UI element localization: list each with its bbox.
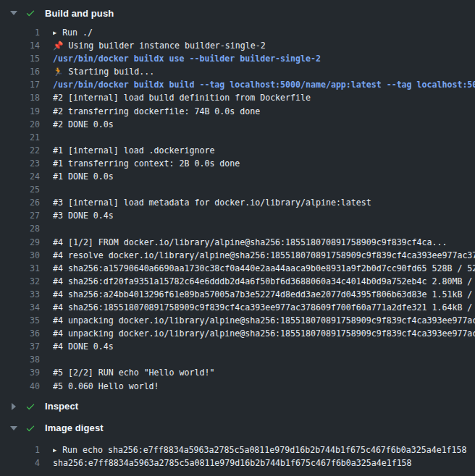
line-text-wrap: ▶#3 DONE 0.4s (53, 209, 475, 222)
line-text-wrap: ▶ (53, 183, 475, 196)
line-number[interactable]: 40 (0, 380, 40, 393)
line-number[interactable]: 22 (0, 144, 40, 157)
line-number[interactable]: 27 (0, 209, 40, 222)
line-text-wrap: ▶#4 DONE 0.4s (53, 340, 475, 353)
line-text: #4 sha256:a15790640a6690aa1730c38cf0a440… (53, 263, 475, 273)
log-line: 25 ▶ (0, 183, 475, 196)
line-number[interactable]: 29 (0, 236, 40, 249)
log-line: 4 ▶sha256:e7ff8834a5963a2785c5a0811e979d… (0, 456, 475, 469)
success-check-icon (25, 422, 36, 434)
line-text-wrap: ▶#1 [internal] load .dockerignore (53, 144, 475, 157)
log-line: 21 ▶ (0, 131, 475, 144)
line-text-wrap: ▶🏃 Starting build... (53, 65, 475, 78)
section-build-and-push: Build and push 1 ▶Run ./ 14 ▶📌 Using bui… (0, 3, 475, 393)
caret-down-icon[interactable] (9, 11, 19, 15)
log-line: 30 ▶#4 resolve docker.io/library/alpine@… (0, 249, 475, 262)
section-header-inspect[interactable]: Inspect (0, 396, 475, 417)
line-text: #1 [internal] load .dockerignore (53, 145, 214, 156)
log-line: 16 ▶🏃 Starting build... (0, 65, 475, 78)
log-line: 36 ▶#4 unpacking docker.io/library/alpin… (0, 327, 475, 340)
log-line: 22 ▶#1 [internal] load .dockerignore (0, 144, 475, 157)
line-number[interactable]: 15 (0, 52, 40, 65)
section-header-build-and-push[interactable]: Build and push (0, 3, 475, 23)
line-text-wrap: ▶/usr/bin/docker buildx build --tag loca… (53, 78, 475, 91)
log-line: 38 ▶ (0, 353, 475, 366)
line-text: #1 DONE 0.0s (53, 171, 114, 182)
line-text-wrap: ▶#1 transferring context: 2B 0.0s done (53, 157, 475, 170)
section-title: Inspect (45, 401, 78, 412)
line-number[interactable]: 25 (0, 183, 40, 196)
line-number[interactable]: 31 (0, 262, 40, 275)
caret-right-icon[interactable] (9, 403, 19, 410)
line-text-wrap: ▶Run ./ (53, 26, 475, 39)
line-number[interactable]: 28 (0, 222, 40, 235)
line-number[interactable]: 39 (0, 366, 40, 379)
line-number[interactable]: 18 (0, 91, 40, 104)
log-line: 19 ▶#2 transferring dockerfile: 74B 0.0s… (0, 105, 475, 118)
section-header-image-digest[interactable]: Image digest (0, 418, 475, 438)
log-line: 40 ▶#5 0.060 Hello world! (0, 380, 475, 393)
line-text: #3 [internal] load metadata for docker.i… (53, 197, 371, 208)
line-text-wrap: ▶ (53, 353, 475, 366)
line-text-wrap: ▶#1 DONE 0.0s (53, 170, 475, 183)
line-number[interactable]: 16 (0, 65, 40, 78)
line-number[interactable]: 21 (0, 131, 40, 144)
line-text: #4 sha256:df20fa9351a15782c64e6dddb2d4a6… (53, 276, 475, 286)
line-text-wrap: ▶sha256:e7ff8834a5963a2785c5a0811e979d16… (53, 456, 475, 469)
log-line: 24 ▶#1 DONE 0.0s (0, 170, 475, 183)
line-text-wrap: ▶#2 transferring dockerfile: 74B 0.0s do… (53, 105, 475, 118)
line-text-wrap: ▶#3 [internal] load metadata for docker.… (53, 196, 475, 209)
log-line: 29 ▶#4 [1/2] FROM docker.io/library/alpi… (0, 236, 475, 249)
expand-arrow-icon[interactable]: ▶ (53, 29, 56, 36)
section-title: Image digest (45, 422, 104, 433)
line-text: #3 DONE 0.4s (53, 211, 114, 221)
expand-arrow-icon[interactable]: ▶ (53, 446, 56, 454)
line-text: #4 DONE 0.4s (53, 341, 114, 352)
log-line: 18 ▶#2 [internal] load build definition … (0, 91, 475, 104)
line-number[interactable]: 34 (0, 301, 40, 314)
line-text: #1 transferring context: 2B 0.0s done (53, 158, 240, 169)
line-text-wrap: ▶#4 sha256:a15790640a6690aa1730c38cf0a44… (53, 262, 475, 275)
line-text: /usr/bin/docker buildx use --builder bui… (53, 54, 321, 64)
log-lines-image-digest: 1 ▶Run echo sha256:e7ff8834a5963a2785c5a… (0, 443, 475, 469)
log-line: 14 ▶📌 Using builder instance builder-sin… (0, 39, 475, 52)
line-text: #2 transferring dockerfile: 74B 0.0s don… (53, 106, 260, 116)
line-number[interactable]: 19 (0, 105, 40, 118)
line-text: Run ./ (62, 27, 93, 38)
log-line: 20 ▶#2 DONE 0.0s (0, 118, 475, 131)
log-line[interactable]: 1 ▶Run echo sha256:e7ff8834a5963a2785c5a… (0, 443, 475, 456)
section-inspect: Inspect (0, 396, 475, 417)
log-line: 27 ▶#3 DONE 0.4s (0, 209, 475, 222)
line-number[interactable]: 38 (0, 353, 40, 366)
line-number[interactable]: 14 (0, 39, 40, 52)
line-text: #5 [2/2] RUN echo "Hello world!" (53, 367, 214, 378)
line-text-wrap: ▶#4 sha256:185518070891758909c9f839cf4ca… (53, 301, 475, 314)
line-number[interactable]: 32 (0, 275, 40, 288)
line-number[interactable]: 23 (0, 157, 40, 170)
log-line: 39 ▶#5 [2/2] RUN echo "Hello world!" (0, 366, 475, 379)
line-number[interactable]: 30 (0, 249, 40, 262)
line-text: #2 DONE 0.0s (53, 119, 114, 129)
line-number[interactable]: 4 (0, 456, 40, 469)
line-number[interactable]: 37 (0, 340, 40, 353)
line-number[interactable]: 17 (0, 78, 40, 91)
line-text-wrap: ▶#4 sha256:df20fa9351a15782c64e6dddb2d4a… (53, 275, 475, 288)
line-number[interactable]: 33 (0, 288, 40, 301)
line-text-wrap: ▶#5 0.060 Hello world! (53, 380, 475, 393)
line-number[interactable]: 1 (0, 443, 40, 456)
line-number[interactable]: 1 (0, 26, 40, 39)
line-number[interactable]: 35 (0, 314, 40, 327)
line-number[interactable]: 20 (0, 118, 40, 131)
log-line: 15 ▶/usr/bin/docker buildx use --builder… (0, 52, 475, 65)
line-number[interactable]: 26 (0, 196, 40, 209)
line-text: #4 [1/2] FROM docker.io/library/alpine@s… (53, 237, 447, 247)
line-text: #5 0.060 Hello world! (53, 381, 159, 391)
caret-down-icon[interactable] (9, 426, 19, 430)
line-text: 📌 Using builder instance builder-single-… (53, 41, 266, 51)
line-number[interactable]: 24 (0, 170, 40, 183)
log-line[interactable]: 1 ▶Run ./ (0, 26, 475, 39)
line-text-wrap: ▶#4 resolve docker.io/library/alpine@sha… (53, 249, 475, 262)
line-text-wrap: ▶📌 Using builder instance builder-single… (53, 39, 475, 52)
line-number[interactable]: 36 (0, 327, 40, 340)
line-text-wrap: ▶#4 [1/2] FROM docker.io/library/alpine@… (53, 236, 475, 249)
